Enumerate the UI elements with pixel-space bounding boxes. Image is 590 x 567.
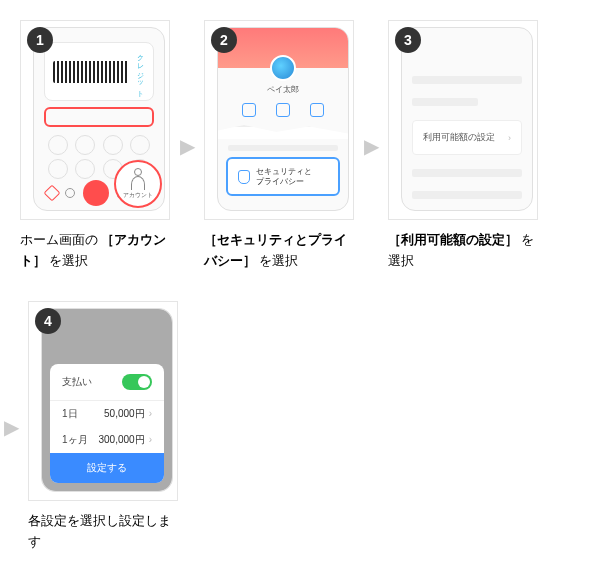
checkbox-icon[interactable]: [310, 103, 324, 117]
placeholder-line: [412, 191, 522, 199]
amount-value: 300,000円: [99, 434, 145, 445]
step-4-caption: 各設定を選択し設定します: [28, 511, 178, 554]
steps-row-2: ▶ 4 支払い 1日 50,000円› 1ヶ月 300,0: [20, 301, 570, 554]
step-3: 3 利用可能額の設定 › ［利用可能額の設定］ を選択: [388, 20, 538, 273]
step-badge: 3: [395, 27, 421, 53]
step-3-card: 3 利用可能額の設定 ›: [388, 20, 538, 220]
step-2-caption: ［セキュリティとプライバシー］ を選択: [204, 230, 354, 273]
chevron-right-icon: ›: [149, 434, 152, 445]
person-icon: [131, 176, 145, 190]
step-1-card: 1 クレジット: [20, 20, 170, 220]
toggle-switch[interactable]: [122, 374, 152, 390]
step-badge: 4: [35, 308, 61, 334]
placeholder-line: [228, 145, 338, 151]
highlight-box: [44, 107, 154, 127]
phone-mock-3: 利用可能額の設定 ›: [401, 27, 533, 211]
steps-row-1: 1 クレジット: [20, 20, 570, 273]
caption-text: を選択: [46, 254, 88, 268]
checkbox-icon[interactable]: [276, 103, 290, 117]
circle-row: [34, 133, 164, 157]
placeholder-line: [412, 169, 522, 177]
step-2: 2 ペイ太郎 セキュリティと プライバシー ［セキ: [204, 20, 354, 273]
placeholder-line: [412, 98, 478, 106]
barcode-icon: [53, 61, 129, 83]
phone-mock-2: ペイ太郎 セキュリティと プライバシー: [217, 27, 349, 211]
caption-bold: ［利用可能額の設定］: [388, 233, 518, 247]
security-label: セキュリティと プライバシー: [256, 167, 312, 186]
set-button[interactable]: 設定する: [50, 453, 164, 483]
profile-name: ペイ太郎: [218, 84, 348, 95]
phone-mock-4: 支払い 1日 50,000円› 1ヶ月 300,000円› 設定する: [41, 308, 173, 492]
barcode-row: クレジット: [53, 49, 145, 94]
pay-card: クレジット: [44, 42, 154, 101]
caption-text: ホーム画面の: [20, 233, 101, 247]
pin-icon[interactable]: [65, 188, 75, 198]
settings-list: 利用可能額の設定 ›: [402, 28, 532, 211]
pay-button-icon[interactable]: [83, 180, 109, 206]
person-icon: [134, 168, 142, 176]
arrow-icon: ▶: [362, 134, 380, 158]
chevron-right-icon: ›: [508, 133, 511, 143]
caption-text: 各設定を選択し設定します: [28, 514, 171, 549]
limit-label: 利用可能額の設定: [423, 131, 495, 144]
credit-label: クレジット: [133, 49, 145, 94]
profile-header: [218, 28, 348, 68]
limit-row[interactable]: 1ヶ月 300,000円›: [50, 427, 164, 453]
step-badge: 2: [211, 27, 237, 53]
limit-setting-row[interactable]: 利用可能額の設定 ›: [412, 120, 522, 155]
account-label: アカウント: [123, 191, 153, 200]
period-label: 1ヶ月: [62, 433, 88, 447]
pay-label: 支払い: [62, 375, 92, 389]
step-3-caption: ［利用可能額の設定］ を選択: [388, 230, 538, 273]
home-icon[interactable]: [43, 185, 60, 202]
arrow-icon: ▶: [178, 134, 196, 158]
bottom-sheet: 支払い 1日 50,000円› 1ヶ月 300,000円› 設定する: [50, 364, 164, 483]
checkbox-icon[interactable]: [242, 103, 256, 117]
period-label: 1日: [62, 407, 78, 421]
security-row[interactable]: セキュリティと プライバシー: [226, 157, 340, 196]
step-1-caption: ホーム画面の ［アカウント］ を選択: [20, 230, 170, 273]
phone-mock-1: クレジット アカウント: [33, 27, 165, 211]
account-button[interactable]: アカウント: [114, 160, 162, 208]
placeholder-line: [412, 76, 522, 84]
limit-row[interactable]: 1日 50,000円›: [50, 401, 164, 427]
caption-text: を選択: [256, 254, 298, 268]
step-2-card: 2 ペイ太郎 セキュリティと プライバシー: [204, 20, 354, 220]
chevron-right-icon: ›: [149, 408, 152, 419]
avatar: [270, 55, 296, 81]
step-4: 4 支払い 1日 50,000円› 1ヶ月 300,000円›: [28, 301, 178, 554]
pay-toggle-row: 支払い: [50, 364, 164, 401]
shield-icon: [238, 170, 250, 184]
amount-value: 50,000円: [104, 408, 145, 419]
step-1: 1 クレジット: [20, 20, 170, 273]
step-4-card: 4 支払い 1日 50,000円› 1ヶ月 300,000円›: [28, 301, 178, 501]
checkbox-row: [218, 95, 348, 129]
step-badge: 1: [27, 27, 53, 53]
arrow-icon: ▶: [2, 415, 20, 439]
